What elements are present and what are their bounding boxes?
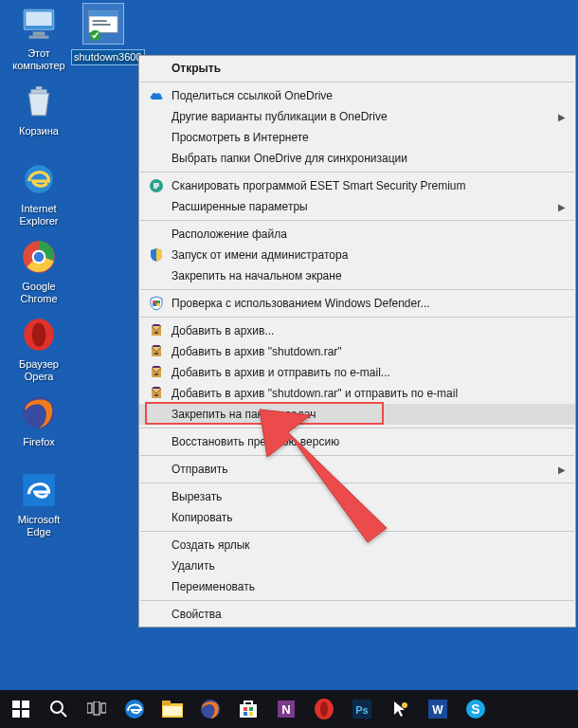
menu-item[interactable]: Открыть — [139, 58, 575, 79]
blank-icon — [147, 537, 166, 553]
svg-point-57 — [402, 702, 407, 708]
svg-rect-34 — [12, 710, 20, 718]
blank-icon — [147, 558, 166, 573]
menu-item-label: Добавить в архив... — [172, 324, 549, 337]
menu-item-label: Добавить в архив "shutdown.rar" — [172, 345, 549, 358]
menu-item[interactable]: Расположение файла — [139, 224, 575, 245]
eset-icon — [147, 178, 166, 193]
svg-text:S: S — [471, 701, 479, 717]
menu-item-label: Выбрать папки OneDrive для синхронизации — [172, 152, 549, 165]
blank-icon — [147, 151, 166, 166]
svg-rect-32 — [12, 701, 20, 708]
desktop-icon-label: Google Chrome — [8, 281, 70, 305]
menu-item-label: Открыть — [172, 62, 549, 75]
svg-text:W: W — [432, 703, 443, 717]
opera-icon — [19, 315, 59, 355]
task-view-icon[interactable] — [78, 690, 116, 728]
menu-item[interactable]: Закрепить на панели задач — [139, 404, 575, 425]
menu-item[interactable]: Создать ярлык — [139, 535, 575, 555]
desktop-icon-label: Microsoft Edge — [8, 514, 70, 538]
skype-icon[interactable]: S — [457, 690, 495, 728]
desktop-icon-microsoft-edge[interactable]: Microsoft Edge — [8, 470, 70, 538]
svg-point-16 — [32, 322, 46, 346]
menu-item-label: Запуск от имени администратора — [172, 248, 549, 262]
svg-rect-22 — [153, 303, 156, 306]
menu-item[interactable]: Переименовать — [139, 576, 575, 597]
menu-item[interactable]: Добавить в архив и отправить по e-mail..… — [139, 362, 575, 383]
winrar-icon — [147, 386, 166, 401]
menu-item[interactable]: Вырезать — [139, 486, 575, 507]
svg-rect-10 — [36, 86, 42, 89]
blank-icon — [147, 462, 166, 477]
menu-item[interactable]: Сканировать программой ESET Smart Securi… — [139, 175, 575, 196]
menu-item[interactable]: Свойства — [139, 604, 575, 625]
menu-item-label: Свойства — [172, 608, 549, 621]
edge-icon[interactable] — [116, 690, 154, 728]
menu-item-label: Поделиться ссылкой OneDrive — [172, 89, 549, 102]
menu-item[interactable]: Добавить в архив "shutdown.rar" и отправ… — [139, 383, 575, 404]
shortcut-icon — [83, 4, 123, 44]
photoshop-icon[interactable]: Ps — [343, 690, 381, 728]
store-icon[interactable] — [229, 690, 267, 728]
onenote-icon[interactable]: N — [267, 690, 305, 728]
menu-item-label: Копировать — [172, 511, 549, 524]
desktop-icon-this-pc[interactable]: Этот компьютер — [8, 4, 70, 72]
context-menu: ОткрытьПоделиться ссылкой OneDriveДругие… — [138, 55, 576, 628]
svg-rect-5 — [89, 11, 117, 17]
menu-item[interactable]: Восстановить прежнюю версию — [139, 431, 575, 452]
menu-item-label: Вырезать — [172, 490, 549, 503]
desktop-icon-label: shutdown3600 — [72, 50, 144, 64]
desktop-icon-shutdown3600[interactable]: shutdown3600 — [72, 4, 135, 64]
menu-item[interactable]: Другие варианты публикации в OneDrive▶ — [139, 106, 575, 127]
submenu-arrow-icon: ▶ — [558, 112, 566, 122]
svg-rect-20 — [153, 300, 156, 303]
start-button[interactable] — [2, 690, 40, 728]
menu-item-label: Добавить в архив и отправить по e-mail..… — [172, 366, 549, 379]
menu-item[interactable]: Выбрать папки OneDrive для синхронизации — [139, 148, 575, 169]
menu-item[interactable]: Удалить — [139, 555, 575, 576]
firefox-icon[interactable] — [191, 690, 229, 728]
svg-rect-49 — [244, 712, 247, 716]
submenu-arrow-icon: ▶ — [558, 202, 566, 212]
desktop-icon-opera[interactable]: Браузер Opera — [8, 315, 70, 383]
desktop-icon-google-chrome[interactable]: Google Chrome — [8, 237, 70, 305]
desktop-icon-recycle-bin[interactable]: Корзина — [8, 82, 70, 137]
svg-rect-29 — [154, 373, 158, 375]
desktop-icon-label: Браузер Opera — [8, 358, 70, 383]
menu-item[interactable]: Добавить в архив... — [139, 320, 575, 341]
shield-icon — [147, 247, 166, 263]
defender-icon — [147, 296, 166, 311]
blank-icon — [147, 607, 166, 622]
menu-item[interactable]: Расширенные параметры▶ — [139, 196, 575, 217]
svg-rect-21 — [156, 300, 160, 303]
svg-rect-9 — [31, 89, 47, 93]
menu-item[interactable]: Поделиться ссылкой OneDrive — [139, 85, 575, 106]
menu-item[interactable]: Проверка с использованием Windows Defend… — [139, 293, 575, 314]
search-icon[interactable] — [40, 690, 78, 728]
svg-rect-2 — [33, 31, 45, 35]
svg-rect-7 — [93, 24, 111, 26]
blank-icon — [147, 489, 166, 504]
menu-item[interactable]: Добавить в архив "shutdown.rar" — [139, 341, 575, 362]
blank-icon — [147, 510, 166, 525]
desktop-icon-internet-explorer[interactable]: Internet Explorer — [8, 159, 70, 228]
desktop-icon-firefox[interactable]: Firefox — [8, 392, 70, 448]
svg-point-54 — [320, 701, 328, 717]
opera-icon[interactable] — [305, 690, 343, 728]
svg-rect-35 — [22, 710, 29, 718]
edge-icon — [19, 470, 59, 510]
menu-item[interactable]: Просмотреть в Интернете — [139, 127, 575, 148]
menu-item-label: Проверка с использованием Windows Defend… — [172, 297, 549, 310]
cursor-tool-icon[interactable] — [381, 690, 419, 728]
menu-item[interactable]: Копировать — [139, 507, 575, 528]
file-explorer-icon[interactable] — [154, 690, 191, 728]
pc-icon — [19, 4, 59, 44]
svg-point-36 — [51, 701, 63, 713]
svg-rect-3 — [29, 36, 49, 39]
menu-item[interactable]: Закрепить на начальном экране — [139, 265, 575, 286]
menu-item[interactable]: Отправить▶ — [139, 459, 575, 480]
winrar-icon — [147, 365, 166, 380]
menu-item-label: Отправить — [172, 463, 549, 476]
menu-item[interactable]: Запуск от имени администратора — [139, 245, 575, 265]
word-icon[interactable]: W — [419, 690, 457, 728]
